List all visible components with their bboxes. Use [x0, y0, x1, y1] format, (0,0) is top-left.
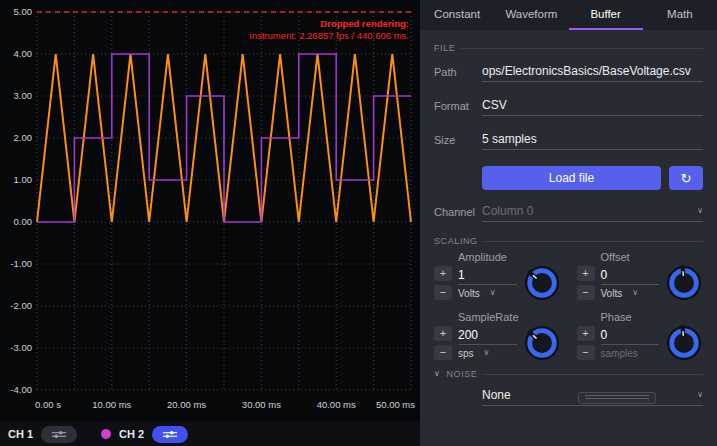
y-tick-label: -1.00 [10, 258, 32, 269]
tab-buffer[interactable]: Buffer [569, 0, 643, 30]
ch1-label: CH 1 [8, 428, 33, 440]
ch2-trace [37, 54, 411, 222]
amplitude-control: Amplitude + − 1 Volts ∨ [434, 251, 561, 302]
chevron-down-icon: ∨ [697, 391, 703, 399]
app-root: 5.004.003.002.001.000.00-1.00-2.00-3.00-… [0, 0, 717, 446]
chevron-down-icon: ∨ [484, 349, 490, 357]
y-tick-label: 0.00 [14, 216, 33, 227]
x-tick-label: 50.00 ms [376, 399, 415, 410]
x-tick-label: 10.00 ms [92, 399, 131, 410]
phase-increment-button[interactable]: + [577, 326, 595, 341]
tab-math[interactable]: Math [643, 0, 717, 30]
x-tick-label: 20.00 ms [167, 399, 206, 410]
phase-control: Phase + − 0 samples [577, 311, 704, 362]
size-field[interactable]: 5 samples [482, 130, 703, 150]
channel-label: Channel [434, 206, 482, 218]
offset-value-field[interactable]: 0 [601, 268, 660, 285]
y-tick-label: 5.00 [14, 6, 33, 17]
path-row: Path ops/ElectronicsBasics/BaseVoltage.c… [434, 62, 703, 82]
amplitude-knob[interactable] [523, 264, 561, 302]
amplitude-increment-button[interactable]: + [434, 266, 452, 281]
phase-unit-label: samples [601, 348, 660, 359]
path-field[interactable]: ops/ElectronicsBasics/BaseVoltage.csv [482, 62, 703, 82]
tab-waveform[interactable]: Waveform [494, 0, 568, 30]
refresh-button[interactable]: ↻ [669, 166, 703, 190]
samplerate-knob[interactable] [523, 324, 561, 362]
render-warning-line1: Dropped rendering: [320, 18, 409, 29]
oscilloscope-display: 5.004.003.002.001.000.00-1.00-2.00-3.00-… [0, 0, 420, 422]
offset-decrement-button[interactable]: − [577, 285, 595, 300]
samplerate-control: SampleRate + − 200 sps ∨ [434, 311, 561, 362]
y-tick-label: 4.00 [14, 48, 33, 59]
scaling-section-label: SCALING [434, 236, 478, 246]
amplitude-decrement-button[interactable]: − [434, 285, 452, 300]
ch2-label: CH 2 [119, 428, 144, 440]
offset-control: Offset + − 0 Volts ∨ [577, 251, 704, 302]
render-warning-line2: instrument: 2.26857 fps / 440.606 ms. [250, 30, 409, 41]
tab-constant[interactable]: Constant [420, 0, 494, 30]
phase-knob[interactable] [665, 324, 703, 362]
x-tick-label: 0.00 s [35, 399, 61, 410]
offset-knob[interactable] [665, 264, 703, 302]
samplerate-value-field[interactable]: 200 [458, 328, 517, 345]
phase-name: Phase [601, 311, 704, 323]
panel-body: FILE Path ops/ElectronicsBasics/BaseVolt… [420, 30, 717, 446]
noise-section-header[interactable]: ∨ NOISE [434, 369, 703, 379]
file-buttons-row: Load file ↻ [482, 166, 703, 190]
amplitude-value-field[interactable]: 1 [458, 268, 517, 285]
y-tick-label: -2.00 [10, 300, 32, 311]
y-tick-label: -4.00 [10, 384, 32, 395]
file-section-header: FILE [434, 43, 703, 53]
offset-name: Offset [601, 251, 704, 263]
sliders-icon [51, 430, 67, 439]
ch2-settings-button[interactable] [152, 426, 188, 443]
channel-select[interactable]: Column 0 ∨ [482, 202, 703, 222]
samplerate-decrement-button[interactable]: − [434, 345, 452, 360]
channel-row: Channel Column 0 ∨ [434, 202, 703, 222]
clipped-control[interactable] [578, 392, 656, 404]
chevron-down-icon: ∨ [632, 289, 638, 297]
samplerate-name: SampleRate [458, 311, 561, 323]
amplitude-name: Amplitude [458, 251, 561, 263]
phase-decrement-button[interactable]: − [577, 345, 595, 360]
sliders-icon [162, 430, 178, 439]
load-file-button[interactable]: Load file [482, 166, 661, 190]
x-tick-label: 30.00 ms [242, 399, 281, 410]
size-row: Size 5 samples [434, 130, 703, 150]
collapse-chevron-icon: ∨ [434, 370, 440, 378]
source-tabs: Constant Waveform Buffer Math [420, 0, 717, 30]
y-tick-label: 1.00 [14, 174, 33, 185]
scope-plot: 5.004.003.002.001.000.00-1.00-2.00-3.00-… [0, 0, 420, 422]
channel-bar: CH 1 CH 2 [0, 422, 420, 446]
samplerate-increment-button[interactable]: + [434, 326, 452, 341]
offset-unit-select[interactable]: Volts ∨ [601, 288, 660, 299]
scaling-section-header: SCALING [434, 236, 703, 246]
path-label: Path [434, 66, 482, 78]
phase-value-field[interactable]: 0 [601, 328, 660, 345]
amplitude-unit-select[interactable]: Volts ∨ [458, 288, 517, 299]
chevron-down-icon: ∨ [697, 207, 703, 215]
ch1-settings-button[interactable] [41, 426, 77, 443]
file-section-label: FILE [434, 43, 455, 53]
y-tick-label: 3.00 [14, 90, 33, 101]
x-tick-label: 40.00 ms [317, 399, 356, 410]
scaling-grid: Amplitude + − 1 Volts ∨ [434, 251, 703, 362]
y-tick-label: -3.00 [10, 342, 32, 353]
chevron-down-icon: ∨ [490, 289, 496, 297]
format-field[interactable]: CSV [482, 96, 703, 116]
offset-increment-button[interactable]: + [577, 266, 595, 281]
format-row: Format CSV [434, 96, 703, 116]
format-label: Format [434, 100, 482, 112]
ch2-color-dot [101, 429, 111, 439]
noise-section-label: NOISE [446, 369, 477, 379]
refresh-icon: ↻ [681, 171, 692, 186]
size-label: Size [434, 134, 482, 146]
y-tick-label: 2.00 [14, 132, 33, 143]
scope-column: 5.004.003.002.001.000.00-1.00-2.00-3.00-… [0, 0, 420, 446]
samplerate-unit-select[interactable]: sps ∨ [458, 348, 517, 359]
source-panel: Constant Waveform Buffer Math FILE Path … [420, 0, 717, 446]
